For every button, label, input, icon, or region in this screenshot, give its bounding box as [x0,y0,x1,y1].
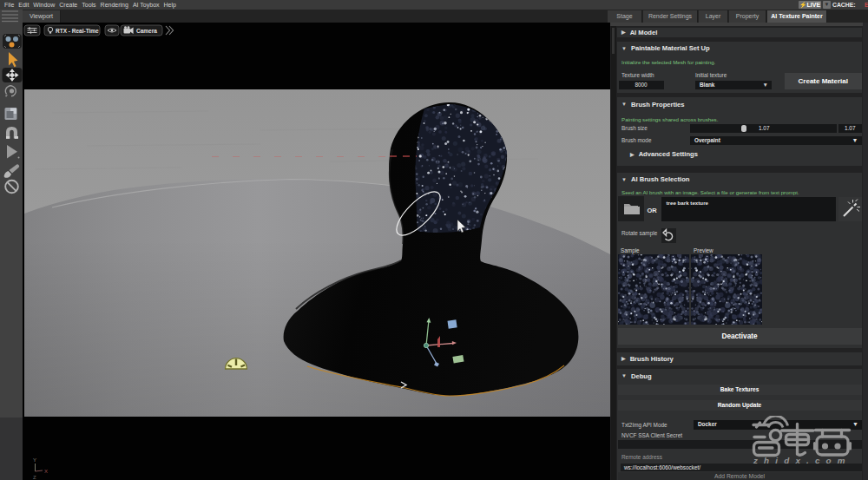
svg-text:Y: Y [33,457,36,463]
svg-text:Camera: Camera [136,28,157,34]
svg-text:X: X [44,469,48,474]
svg-text:RTX - Real-Time: RTX - Real-Time [56,28,99,34]
svg-text:Z: Z [33,475,36,480]
svg-text:zhidx.com: zhidx.com [753,456,852,465]
